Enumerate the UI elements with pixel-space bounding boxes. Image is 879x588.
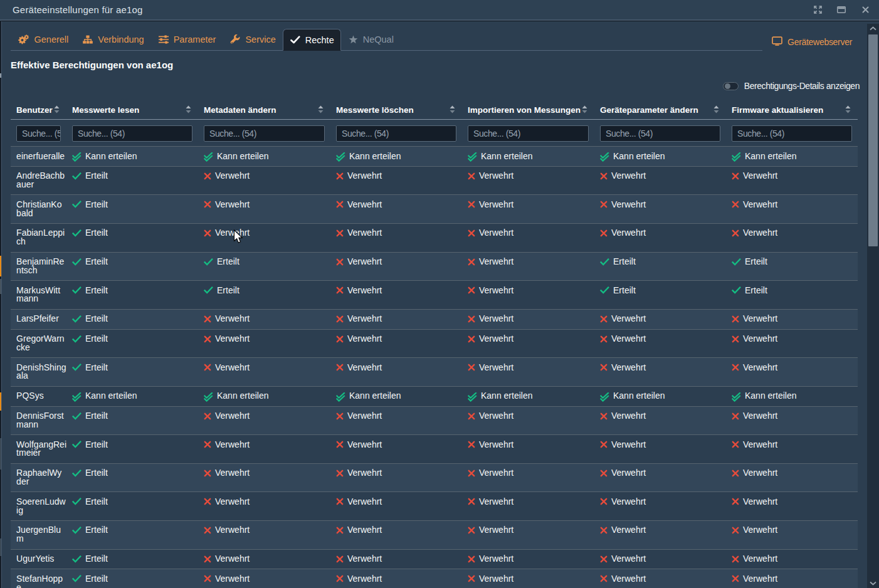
user-cell: ChristianKobald (11, 195, 66, 223)
table-row[interactable]: BenjaminRentschErteiltErteiltVerwehrtVer… (11, 252, 858, 281)
maximize-window-icon[interactable] (836, 5, 846, 15)
permission-cell: Erteilt (66, 224, 198, 252)
scrollbar-thumb[interactable] (868, 34, 878, 246)
permission-cell: Verwehrt (594, 550, 726, 569)
table-row[interactable]: GregorWarnckeErteiltVerwehrtVerwehrtVerw… (11, 329, 858, 358)
column-search-input-1[interactable] (16, 125, 61, 142)
sort-icon[interactable] (54, 105, 60, 115)
permission-cell: Verwehrt (330, 253, 462, 281)
permission-cell: Erteilt (66, 167, 198, 195)
column-search-input-7[interactable] (732, 125, 852, 142)
search-cell (726, 120, 858, 146)
column-search-input-6[interactable] (600, 125, 720, 142)
permission-cell: Verwehrt (198, 195, 330, 223)
permission-label: Verwehrt (215, 412, 250, 421)
permissions-table: BenutzerMesswerte lesenMetadaten ändernM… (11, 100, 858, 588)
permission-cell: Verwehrt (726, 464, 858, 492)
permission-cell: Verwehrt (462, 521, 594, 549)
tab-verbindung[interactable]: Verbindung (76, 29, 151, 50)
permission-label: Verwehrt (215, 575, 250, 584)
x-icon (204, 441, 211, 449)
table-row[interactable]: JuergenBlumErteiltVerwehrtVerwehrtVerweh… (11, 520, 858, 549)
check-icon (72, 229, 82, 237)
permission-cell: Kann erteilen (66, 147, 198, 166)
user-cell: einerfueralle (11, 147, 66, 166)
tab-generell[interactable]: Generell (11, 29, 76, 50)
column-header-1[interactable]: Benutzer (11, 100, 66, 119)
user-cell: PQSys (11, 387, 66, 406)
table-row[interactable]: MarkusWittmannErteiltErteiltVerwehrtVerw… (11, 280, 858, 309)
permission-cell: Erteilt (198, 253, 330, 281)
permission-label: Verwehrt (347, 412, 382, 421)
column-header-5[interactable]: Importieren von Messungen (462, 100, 594, 119)
table-row[interactable]: ChristianKobaldErteiltVerwehrtVerwehrtVe… (11, 194, 858, 223)
table-row[interactable]: LarsPfeiferErteiltVerwehrtVerwehrtVerweh… (11, 309, 858, 329)
column-header-label: Firmware aktualisieren (732, 105, 823, 115)
sort-icon[interactable] (450, 105, 455, 115)
permission-cell: Verwehrt (462, 195, 594, 223)
expand-icon[interactable] (813, 5, 823, 15)
permission-cell: Verwehrt (198, 167, 330, 195)
check-icon (204, 286, 213, 295)
table-row[interactable]: DennisForstmannErteiltVerwehrtVerwehrtVe… (11, 406, 858, 435)
double-check-icon (468, 392, 477, 400)
column-header-2[interactable]: Messwerte lesen (66, 100, 198, 119)
permission-label: Verwehrt (611, 201, 646, 209)
tab-nequal[interactable]: NeQual (341, 29, 401, 50)
scroll-up-icon[interactable] (867, 24, 879, 33)
column-header-7[interactable]: Firmware aktualisieren (726, 100, 858, 119)
permission-cell: Verwehrt (594, 167, 726, 195)
close-icon[interactable] (860, 5, 870, 15)
permission-cell: Kann erteilen (330, 387, 462, 406)
permission-details-toggle[interactable] (723, 82, 739, 90)
vertical-scrollbar[interactable] (867, 24, 879, 588)
column-search-input-3[interactable] (204, 125, 325, 142)
permission-cell: Verwehrt (726, 195, 858, 223)
permission-cell: Verwehrt (594, 569, 726, 588)
table-row[interactable]: WolfgangReitmeierErteiltVerwehrtVerwehrt… (11, 434, 858, 463)
column-header-6[interactable]: Geräteparameter ändern (594, 100, 726, 119)
column-search-input-4[interactable] (336, 125, 456, 142)
sort-icon[interactable] (318, 105, 324, 115)
column-header-4[interactable]: Messwerte löschen (330, 100, 462, 119)
permission-label: Verwehrt (743, 526, 777, 535)
column-search-input-2[interactable] (72, 125, 192, 142)
sort-icon[interactable] (582, 105, 587, 115)
permission-cell: Erteilt (66, 435, 198, 463)
table-row[interactable]: AndreBachbauerErteiltVerwehrtVerwehrtVer… (11, 166, 858, 195)
table-row[interactable]: FabianLeppichErteiltVerwehrtVerwehrtVerw… (11, 223, 858, 252)
permission-cell: Kann erteilen (198, 387, 330, 406)
x-icon (468, 286, 475, 295)
tab-parameter[interactable]: Parameter (151, 29, 223, 50)
table-row[interactable]: einerfueralleKann erteilenKann erteilenK… (11, 146, 858, 166)
sort-icon[interactable] (713, 105, 719, 115)
table-row[interactable]: PQSysKann erteilenKann erteilenKann erte… (11, 386, 858, 406)
table-row[interactable]: RaphaelWyderErteiltVerwehrtVerwehrtVerwe… (11, 463, 858, 492)
device-webserver-link[interactable]: Gerätewebserver (772, 36, 852, 48)
table-row[interactable]: StefanHoppeErteiltVerwehrtVerwehrtVerweh… (11, 569, 858, 588)
table-row[interactable]: SoerenLudwigErteiltVerwehrtVerwehrtVerwe… (11, 491, 858, 520)
table-row[interactable]: UgurYetisErteiltVerwehrtVerwehrtVerwehrt… (11, 549, 858, 569)
permission-cell: Erteilt (594, 253, 726, 281)
x-icon (204, 364, 211, 372)
x-icon (468, 201, 475, 209)
sliders-icon (159, 35, 169, 44)
x-icon (732, 335, 739, 343)
tab-service[interactable]: Service (223, 29, 283, 50)
sort-icon[interactable] (186, 105, 191, 115)
cogs-icon (18, 34, 29, 45)
permission-cell: Verwehrt (330, 224, 462, 252)
scroll-down-icon[interactable] (867, 579, 879, 588)
sort-icon[interactable] (845, 105, 851, 115)
table-row[interactable]: DenishShingalaErteiltVerwehrtVerwehrtVer… (11, 357, 858, 386)
x-icon (204, 555, 211, 563)
column-header-3[interactable]: Metadaten ändern (198, 100, 330, 119)
permission-cell: Verwehrt (330, 407, 462, 435)
tab-rechte[interactable]: Rechte (283, 29, 341, 51)
permission-label: Erteilt (745, 258, 767, 266)
permission-cell: Verwehrt (462, 464, 594, 492)
check-icon (72, 526, 82, 534)
permission-label: Verwehrt (611, 555, 646, 564)
permission-cell: Verwehrt (462, 167, 594, 195)
column-search-input-5[interactable] (468, 125, 589, 142)
